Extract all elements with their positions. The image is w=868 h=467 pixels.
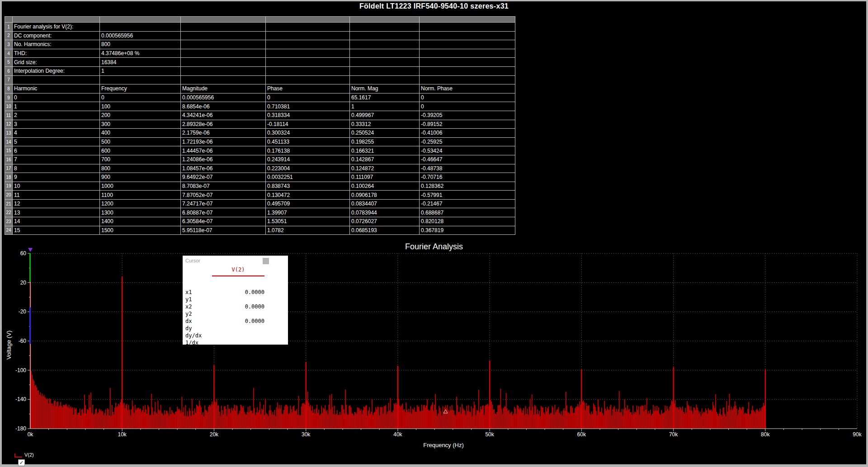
table-cell[interactable]: 3	[13, 120, 100, 129]
table-cell[interactable]	[266, 66, 350, 75]
table-cell[interactable]	[420, 49, 515, 58]
table-cell[interactable]: 0	[420, 102, 515, 111]
table-cell[interactable]: Frequency	[100, 84, 181, 93]
table-cell[interactable]	[100, 23, 181, 32]
table-cell[interactable]	[266, 31, 350, 40]
table-cell[interactable]	[350, 23, 420, 32]
table-cell[interactable]: 0.176138	[266, 146, 350, 155]
table-cell[interactable]: Norm. Mag	[350, 84, 420, 93]
table-cell[interactable]: 5	[13, 137, 100, 146]
table-cell[interactable]: 800	[100, 164, 181, 173]
row-number[interactable]: 23	[5, 217, 13, 226]
table-cell[interactable]: 1	[350, 102, 420, 111]
row-number[interactable]: 7	[5, 75, 13, 84]
table-cell[interactable]: 4	[13, 129, 100, 138]
table-cell[interactable]	[181, 40, 266, 49]
column-header-cell[interactable]	[100, 17, 181, 23]
table-cell[interactable]: 0.0726027	[350, 217, 420, 226]
row-number[interactable]: 16	[5, 155, 13, 164]
table-cell[interactable]: 2.89328e-06	[181, 120, 266, 129]
table-cell[interactable]: 0.198255	[350, 137, 420, 146]
table-cell[interactable]: 0.250524	[350, 129, 420, 138]
table-cell[interactable]	[181, 23, 266, 32]
table-cell[interactable]: Interpolation Degree:	[13, 66, 100, 75]
table-cell[interactable]: 100	[100, 102, 181, 111]
table-cell[interactable]: Phase	[266, 84, 350, 93]
table-cell[interactable]: -0.18114	[266, 120, 350, 129]
table-cell[interactable]	[350, 40, 420, 49]
table-cell[interactable]: -0.48738	[420, 164, 515, 173]
column-header-cell[interactable]	[350, 17, 420, 23]
table-cell[interactable]: 1.0782	[266, 226, 350, 235]
table-cell[interactable]: 6.30584e-07	[181, 217, 266, 226]
table-cell[interactable]: 500	[100, 137, 181, 146]
table-cell[interactable]: 800	[100, 40, 181, 49]
table-cell[interactable]: -0.53424	[420, 146, 515, 155]
table-cell[interactable]	[181, 49, 266, 58]
table-cell[interactable]	[350, 49, 420, 58]
table-cell[interactable]: 15	[13, 226, 100, 235]
cursor-panel[interactable]: Cursor V(2) x10.0000y1x20.0000y2dx0.0000…	[183, 256, 288, 345]
table-cell[interactable]: -0.21467	[420, 199, 515, 208]
table-cell[interactable]: 700	[100, 155, 181, 164]
table-cell[interactable]: No. Harmonics:	[13, 40, 100, 49]
table-cell[interactable]: 0.142867	[350, 155, 420, 164]
table-cell[interactable]: 7.24717e-07	[181, 199, 266, 208]
table-cell[interactable]: 1	[13, 102, 100, 111]
row-number[interactable]: 12	[5, 120, 13, 129]
table-cell[interactable]	[350, 58, 420, 67]
table-cell[interactable]: 9.64922e-07	[181, 173, 266, 182]
table-cell[interactable]	[350, 66, 420, 75]
table-cell[interactable]: 2	[13, 111, 100, 120]
table-cell[interactable]	[420, 75, 515, 84]
table-cell[interactable]	[266, 58, 350, 67]
row-number[interactable]: 5	[5, 58, 13, 67]
column-header-cell[interactable]	[266, 17, 350, 23]
table-cell[interactable]: 0	[420, 93, 515, 102]
legend-checkbox[interactable]: ✓	[18, 459, 25, 466]
cursor-top-marker-icon[interactable]	[28, 248, 33, 252]
table-cell[interactable]: 16384	[100, 58, 181, 67]
table-cell[interactable]: 9	[13, 173, 100, 182]
table-cell[interactable]: 0.000565956	[100, 31, 181, 40]
table-cell[interactable]: Harmonic	[13, 84, 100, 93]
table-cell[interactable]: Fourier analysis for V(2):	[13, 23, 100, 32]
table-cell[interactable]: 200	[100, 111, 181, 120]
table-cell[interactable]: 0.0032251	[266, 173, 350, 182]
table-cell[interactable]: 0.166321	[350, 146, 420, 155]
table-cell[interactable]: 0.000565956	[181, 93, 266, 102]
table-cell[interactable]: THD:	[13, 49, 100, 58]
table-cell[interactable]: 12	[13, 199, 100, 208]
row-number[interactable]: 11	[5, 111, 13, 120]
table-cell[interactable]: 0.0783944	[350, 208, 420, 217]
table-cell[interactable]: 600	[100, 146, 181, 155]
table-cell[interactable]: -0.39205	[420, 111, 515, 120]
row-number[interactable]: 3	[5, 40, 13, 49]
table-cell[interactable]: -0.57991	[420, 191, 515, 200]
row-number[interactable]: 20	[5, 191, 13, 200]
table-cell[interactable]: 0.33312	[350, 120, 420, 129]
table-cell[interactable]: 1.72193e-06	[181, 137, 266, 146]
table-cell[interactable]: 0	[100, 93, 181, 102]
table-cell[interactable]: 0.0834407	[350, 199, 420, 208]
table-cell[interactable]	[266, 49, 350, 58]
table-cell[interactable]: 5.95118e-07	[181, 226, 266, 235]
table-cell[interactable]: 1400	[100, 217, 181, 226]
table-cell[interactable]	[266, 40, 350, 49]
row-number[interactable]: 6	[5, 66, 13, 75]
table-cell[interactable]: 4.37486e+08 %	[100, 49, 181, 58]
table-cell[interactable]: -0.25925	[420, 137, 515, 146]
table-cell[interactable]: 0.820128	[420, 217, 515, 226]
row-number[interactable]: 1	[5, 23, 13, 32]
row-number[interactable]: 19	[5, 182, 13, 191]
table-cell[interactable]	[266, 23, 350, 32]
table-cell[interactable]: 8.7083e-07	[181, 182, 266, 191]
table-cell[interactable]: 14	[13, 217, 100, 226]
row-number[interactable]: 2	[5, 31, 13, 40]
row-number[interactable]: 21	[5, 199, 13, 208]
table-cell[interactable]: 300	[100, 120, 181, 129]
table-cell[interactable]: 1.08457e-06	[181, 164, 266, 173]
table-cell[interactable]: 65.1617	[350, 93, 420, 102]
column-header-cell[interactable]	[13, 17, 100, 23]
table-cell[interactable]: DC component:	[13, 31, 100, 40]
